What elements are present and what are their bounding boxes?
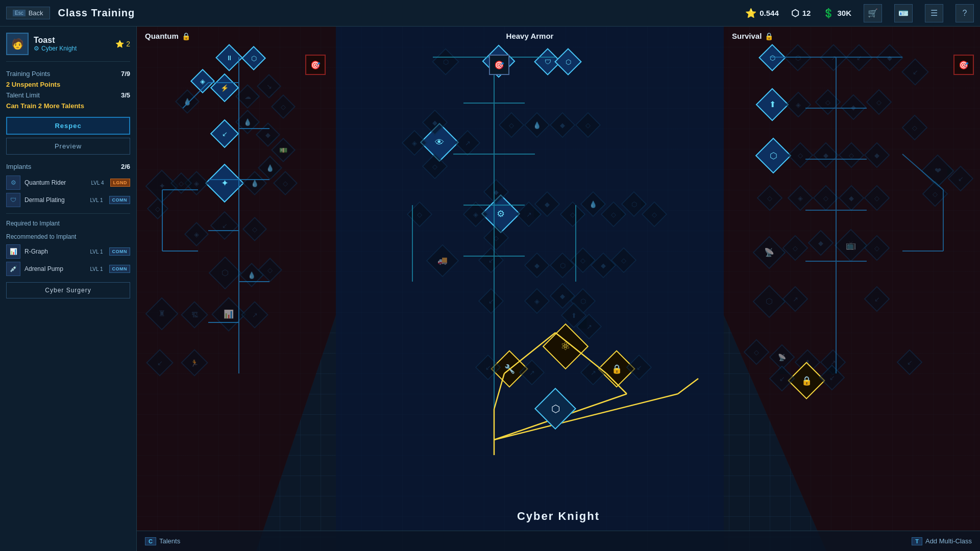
id-button[interactable]: 🪪 <box>894 4 913 22</box>
credits-value: 30K <box>837 9 851 17</box>
class-icon: ⚙ <box>34 45 39 52</box>
sidebar: 🧑 Toast ⚙ Cyber Knight ⭐ 2 Training Poin… <box>0 27 137 551</box>
skill-tree-area: 🎯 Quantum 🔒 ⏸ ⬡ ◈ 💧 ⚡ ☁ ↘ ◇ ↙ 💧 ◆ 💵 ✦ ◈ … <box>137 27 980 551</box>
rec-item-2[interactable]: 💉 Adrenal Pump LVL 1 COMN <box>6 262 130 276</box>
star-icon: ⭐ <box>745 8 756 19</box>
cube-icon: ⬡ <box>791 8 799 19</box>
back-button[interactable]: Esc Back <box>6 7 50 19</box>
quantum-label: Quantum 🔒 <box>145 32 190 40</box>
rec-icon-1: 📊 <box>6 244 20 259</box>
star-icon: ⭐ <box>115 40 124 48</box>
topbar: Esc Back Class Training ⭐ 0.544 ⬡ 12 💲 3… <box>0 0 980 27</box>
implant-badge-2: COMN <box>109 196 131 204</box>
rating-stat: ⭐ 0.544 <box>745 8 779 19</box>
talent-limit-row: Talent Limit 3/5 <box>6 91 130 99</box>
implants-header: Implants 2/6 <box>6 163 130 170</box>
cyber-knight-icon: ⬡ <box>551 403 560 415</box>
rec-badge-1: COMN <box>109 247 131 256</box>
quantum-portrait[interactable]: 🎯 <box>305 55 326 75</box>
rec-badge-2: COMN <box>109 265 131 273</box>
class-name-label: Cyber Knight <box>517 510 600 523</box>
help-button[interactable]: ? <box>955 4 974 22</box>
bottom-bar: C Talents T Add Multi-Class <box>137 531 980 551</box>
implant-badge-1: LGND <box>110 179 131 187</box>
cart-button[interactable]: 🛒 <box>864 4 882 22</box>
heavy-armor-label: Heavy Armor <box>506 32 554 40</box>
talents-label: Talents <box>159 537 180 545</box>
implant-icon-2: 🛡 <box>6 193 20 207</box>
implant-item-1[interactable]: ⚙ Quantum Rider LVL 4 LGND <box>6 176 130 190</box>
respec-button[interactable]: Respec <box>6 117 130 135</box>
quantum-lock-icon: 🔒 <box>182 32 190 40</box>
implant-icon-1: ⚙ <box>6 176 20 190</box>
quantum-bg-overlay <box>137 27 336 551</box>
char-name: Toast <box>34 36 77 45</box>
esc-badge: Esc <box>13 10 26 16</box>
rating-value: 0.544 <box>760 9 779 17</box>
talents-hint: C Talents <box>145 537 180 545</box>
char-class: ⚙ Cyber Knight <box>34 45 77 52</box>
avatar: 🧑 <box>6 33 29 55</box>
multiclass-label: Add Multi-Class <box>925 537 972 545</box>
cyber-surgery-button[interactable]: Cyber Surgery <box>6 282 130 298</box>
survival-label: Survival 🔒 <box>732 32 773 40</box>
implants-label: Implants <box>6 163 31 170</box>
rec-level-1: LVL 1 <box>90 249 103 255</box>
credits-stat: 💲 30K <box>823 8 851 19</box>
page-title: Class Training <box>58 7 135 19</box>
credits-icon: 💲 <box>823 8 834 19</box>
talent-limit-value: 3/5 <box>121 91 130 99</box>
divider-1 <box>6 213 130 214</box>
talent-limit-label: Talent Limit <box>6 91 40 99</box>
character-header: 🧑 Toast ⚙ Cyber Knight ⭐ 2 <box>6 33 130 62</box>
add-multiclass[interactable]: T Add Multi-Class <box>912 537 972 545</box>
heavy-armor-bg <box>336 27 724 551</box>
survival-portrait[interactable]: 🎯 <box>953 55 974 75</box>
implant-name-1: Quantum Rider <box>24 179 87 186</box>
required-label: Required to Implant <box>6 220 130 227</box>
preview-button[interactable]: Preview <box>6 138 130 155</box>
training-points-label: Training Points <box>6 70 50 78</box>
can-train-label: Can Train 2 More Talents <box>6 102 130 110</box>
implant-name-2: Dermal Plating <box>24 196 86 204</box>
heavy-portrait[interactable]: 🎯 <box>489 55 509 75</box>
rec-item-1[interactable]: 📊 R-Graph LVL 1 COMN <box>6 244 130 259</box>
implant-level-2: LVL 1 <box>90 197 103 203</box>
quantum-section: 🎯 Quantum 🔒 ⏸ ⬡ ◈ 💧 ⚡ ☁ ↘ ◇ ↙ 💧 ◆ 💵 ✦ ◈ … <box>137 27 336 551</box>
unspent-points: 2 Unspent Points <box>6 81 130 88</box>
resource-stat: ⬡ 12 <box>791 8 811 19</box>
heavy-armor-section: 🎯 Heavy Armor 🏥 🛡 ⬡ ⬡ 👁 ◈ ↗ ◆ ◇ ◇ 💧 ◆ ◇ … <box>336 27 724 551</box>
rec-level-2: LVL 1 <box>90 266 103 272</box>
rec-name-1: R-Graph <box>24 248 86 255</box>
talents-key: C <box>145 537 156 545</box>
implants-count: 2/6 <box>121 163 130 170</box>
recommended-section: Recommended to Implant 📊 R-Graph LVL 1 C… <box>6 233 130 276</box>
implant-level-1: LVL 4 <box>91 180 104 186</box>
survival-lock-icon: 🔒 <box>765 32 773 40</box>
char-stars: ⭐ 2 <box>115 40 130 48</box>
training-points-row: Training Points 7/9 <box>6 70 130 78</box>
list-button[interactable]: ☰ <box>925 4 943 22</box>
required-section: Required to Implant <box>6 220 130 227</box>
implant-item-2[interactable]: 🛡 Dermal Plating LVL 1 COMN <box>6 193 130 207</box>
rec-icon-2: 💉 <box>6 262 20 276</box>
training-points-value: 7/9 <box>121 70 130 78</box>
recommended-label: Recommended to Implant <box>6 233 130 240</box>
rec-name-2: Adrenal Pump <box>24 265 86 272</box>
multiclass-key: T <box>912 537 922 545</box>
back-label: Back <box>29 9 43 17</box>
resource-value: 12 <box>802 9 811 17</box>
survival-section: 🎯 Survival 🔒 ⬡ ⬡ ↗ ↙ ◆ ↙ ⬆ ◈ ◇ ◆ ◇ ◇ ❤ ↙… <box>724 27 980 551</box>
topbar-stats: ⭐ 0.544 ⬡ 12 💲 30K 🛒 🪪 ☰ ? <box>745 4 974 22</box>
